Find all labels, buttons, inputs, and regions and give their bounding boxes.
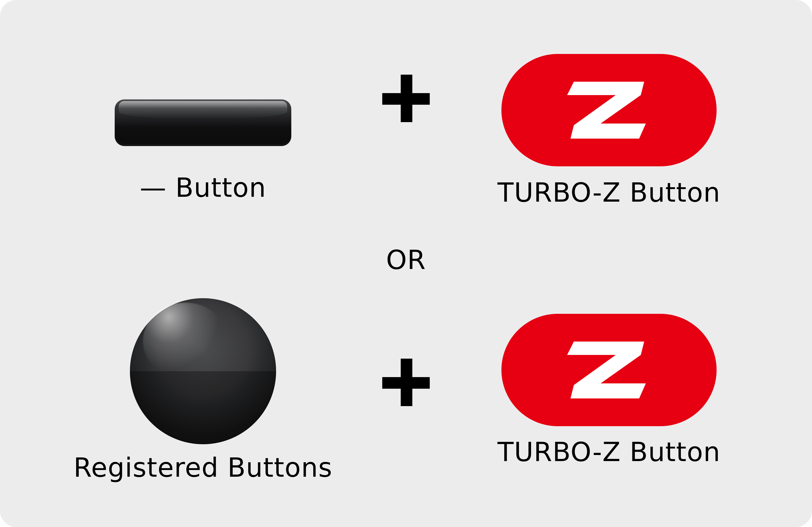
turbo-z-button-icon — [502, 314, 716, 426]
plus-icon — [380, 356, 432, 409]
round-button-icon — [130, 298, 276, 444]
round-button-gloss — [143, 303, 228, 380]
svg-rect-4 — [382, 377, 430, 389]
turbo-z-cell-2: TURBO-Z Button — [406, 314, 812, 465]
combo-row-1: — Button TURBO-Z Button — [0, 32, 812, 227]
turbo-z-cell-1: TURBO-Z Button — [406, 54, 812, 206]
instruction-card: — Button TURBO-Z Button OR — [0, 0, 812, 527]
minus-button-icon — [115, 100, 291, 146]
or-separator: OR — [386, 244, 426, 275]
minus-button-cell: — Button — [0, 59, 406, 201]
svg-marker-5 — [567, 342, 646, 398]
turbo-z-label-2: TURBO-Z Button — [497, 439, 721, 465]
turbo-z-wrap-2: TURBO-Z Button — [497, 314, 721, 465]
registered-buttons-label: Registered Buttons — [73, 454, 332, 481]
minus-button-label: — Button — [140, 175, 266, 201]
svg-marker-2 — [567, 82, 646, 139]
turbo-z-wrap-1: TURBO-Z Button — [497, 54, 721, 206]
registered-buttons-cell: Registered Buttons — [0, 298, 406, 481]
plus-icon — [380, 72, 432, 125]
turbo-z-label-1: TURBO-Z Button — [497, 179, 721, 206]
svg-rect-1 — [382, 93, 430, 105]
combo-row-2: Registered Buttons TURBO-Z Button — [0, 288, 812, 491]
turbo-z-button-icon — [502, 54, 716, 166]
minus-button-gloss — [119, 101, 287, 119]
